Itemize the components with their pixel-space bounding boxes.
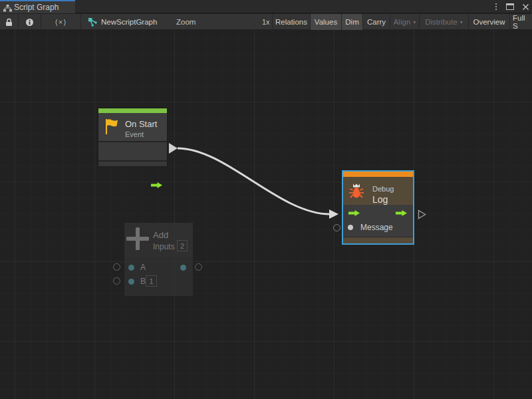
- port-b-value-field[interactable]: 1: [146, 275, 157, 287]
- bug-icon: [348, 183, 365, 200]
- fullscreen-button[interactable]: Full S: [509, 14, 532, 30]
- message-input-connector[interactable]: [333, 224, 340, 231]
- title-bar: Script Graph: [0, 0, 532, 13]
- message-port-dot[interactable]: [348, 225, 353, 230]
- port-b-connector[interactable]: [113, 277, 120, 285]
- toolbar-toggle-group: Relations Values Dim Carry Align Distrib…: [272, 14, 532, 30]
- lock-button[interactable]: [0, 14, 19, 30]
- flag-icon: [104, 118, 120, 136]
- node-category: Debug: [372, 185, 394, 193]
- debug-accent-bar: [343, 172, 413, 177]
- plus-icon: [126, 227, 149, 250]
- node-debug-log[interactable]: Debug Log Message: [342, 170, 414, 245]
- menu-kebab-icon[interactable]: [494, 2, 498, 11]
- on-start-header: On Start Event: [98, 113, 167, 141]
- node-on-start[interactable]: On Start Event: [98, 108, 168, 167]
- script-graph-icon: [88, 18, 97, 27]
- port-a-connector[interactable]: [113, 263, 120, 271]
- node-title: On Start: [125, 119, 157, 129]
- graph-toolbar: ⟨×⟩ NewScriptGraph Zoom 1x Relations Val…: [0, 14, 532, 30]
- node-title: Log: [372, 194, 388, 205]
- graph-breadcrumb[interactable]: NewScriptGraph: [88, 14, 157, 30]
- inputs-count-field[interactable]: 2: [177, 240, 188, 251]
- inputs-label: Inputs: [153, 242, 175, 251]
- port-b-label: B: [140, 277, 146, 286]
- connection-wire[interactable]: [0, 30, 532, 399]
- port-a-label: A: [140, 263, 146, 272]
- port-b-input-dot[interactable]: [128, 279, 134, 285]
- debug-log-body: Message: [343, 205, 413, 236]
- chevron-down-icon: [413, 18, 416, 26]
- carry-button[interactable]: Carry: [362, 14, 390, 30]
- maximize-icon[interactable]: [506, 3, 514, 10]
- result-connector[interactable]: [195, 263, 202, 271]
- port-a-input-dot[interactable]: [128, 265, 134, 271]
- wire-end-arrow-icon: [329, 209, 338, 219]
- chevron-down-icon: [460, 18, 463, 26]
- tab-script-graph[interactable]: Script Graph: [0, 0, 75, 13]
- lock-icon: [5, 18, 13, 27]
- dim-button[interactable]: Dim: [341, 14, 362, 30]
- graph-name: NewScriptGraph: [101, 18, 157, 26]
- flow-input-port[interactable]: [348, 209, 360, 217]
- result-output-dot[interactable]: [180, 265, 186, 271]
- values-button[interactable]: Values: [310, 14, 341, 30]
- close-icon[interactable]: [522, 3, 529, 11]
- node-title: Add: [153, 230, 168, 240]
- zoom-value: 1x: [262, 14, 270, 30]
- code-view-icon: ⟨×⟩: [55, 18, 66, 27]
- align-button[interactable]: Align: [390, 14, 419, 30]
- hierarchy-icon: [3, 5, 12, 12]
- flow-output-connector-icon[interactable]: [418, 209, 426, 219]
- flow-output-port[interactable]: [396, 209, 408, 217]
- distribute-button[interactable]: Distribute: [419, 14, 468, 30]
- debug-log-header: Debug Log: [343, 177, 413, 205]
- message-port-label: Message: [360, 223, 393, 232]
- code-view-button[interactable]: ⟨×⟩: [41, 14, 81, 30]
- node-subtitle: Event: [125, 130, 144, 138]
- tab-title: Script Graph: [14, 3, 59, 12]
- window-controls: [494, 0, 529, 13]
- debug-log-footer: [343, 237, 413, 243]
- node-add-dimmed[interactable]: Add Inputs 2 A B 1: [113, 221, 206, 300]
- info-icon: [25, 18, 34, 27]
- on-start-footer: [98, 162, 167, 166]
- overview-button[interactable]: Overview: [468, 14, 509, 30]
- info-button[interactable]: [19, 14, 41, 30]
- flow-output-port[interactable]: [151, 182, 163, 189]
- on-start-body: [98, 142, 167, 160]
- relations-button[interactable]: Relations: [272, 14, 310, 30]
- zoom-label: Zoom: [176, 14, 196, 30]
- wire-start-arrow-icon: [169, 143, 178, 154]
- event-accent-bar: [98, 108, 167, 113]
- graph-canvas[interactable]: On Start Event Debug Log: [0, 30, 532, 399]
